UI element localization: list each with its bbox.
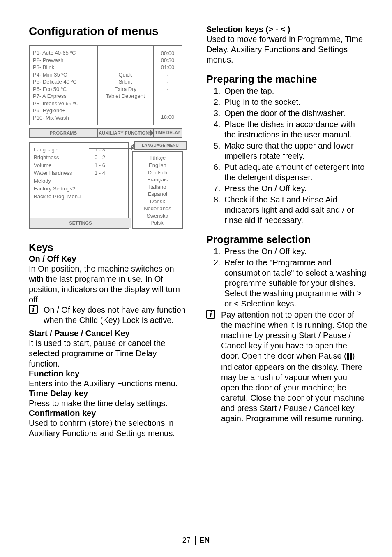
page-title: Configuration of menus	[29, 25, 190, 38]
programs-label: PROGRAMS	[29, 128, 98, 138]
page-language: EN	[199, 536, 210, 544]
time-delay-box: 00:00 00:30 01:00 . . . 18:00	[153, 45, 182, 125]
keys-heading: Keys	[29, 241, 190, 253]
on-off-text: In On position, the machine switches on …	[29, 264, 190, 305]
list-item: Open the tap.	[223, 86, 367, 96]
programme-selection-list: Press the On / Off key. Refer to the "Pr…	[206, 246, 367, 309]
programme-info: Pay attention not to open the door of th…	[221, 310, 367, 424]
info-icon: i	[206, 310, 221, 424]
programme-selection-heading: Programme selection	[206, 234, 367, 246]
list-item: Plug in to the socket.	[223, 97, 367, 107]
function-key-heading: Function key	[29, 369, 190, 378]
time-delay-heading: Time Delay key	[29, 389, 190, 398]
list-item: Press the On / Off key.	[223, 246, 367, 257]
list-item: Make sure that the upper and lower impel…	[223, 141, 367, 161]
list-item: Place the dishes in accordance with the …	[223, 119, 367, 140]
language-box: Türkçe English Deutsch Français Italiano…	[132, 151, 183, 229]
menu-diagram: P1- Auto 40-65 ºC P2- Prewash P3- Blink …	[29, 45, 183, 229]
confirmation-heading: Confirmation key	[29, 408, 190, 418]
selection-keys-text: Used to move forward in Programme, Time …	[206, 34, 367, 65]
aux-box: Quick Silent Extra Dry Tablet Detergent	[97, 45, 154, 125]
time-delay-text: Press to make the time delay settings.	[29, 398, 190, 408]
preparing-heading: Preparing the machine	[206, 73, 367, 85]
confirmation-text: Used to confirm (store) the selections i…	[29, 418, 190, 439]
language-menu-label: LANGUAGE MENU	[134, 141, 187, 150]
list-item: Open the door of the dishwasher.	[223, 108, 367, 118]
start-pause-heading: Start / Pause / Cancel Key	[29, 329, 190, 338]
on-off-heading: On / Off Key	[29, 254, 190, 264]
function-key-text: Enters into the Auxiliary Functions menu…	[29, 378, 190, 389]
pause-icon	[347, 352, 352, 362]
settings-label: SETTINGS	[30, 218, 131, 228]
programs-box: P1- Auto 40-65 ºC P2- Prewash P3- Blink …	[29, 45, 98, 125]
selection-keys-heading: Selection keys (> - < )	[206, 25, 367, 34]
preparing-list: Open the tap. Plug in to the socket. Ope…	[206, 86, 367, 225]
page-number: 27	[182, 536, 191, 545]
list-item: Check if the Salt and Rinse Aid indicato…	[223, 195, 367, 225]
list-item: Refer to the "Programme and consumption …	[223, 258, 367, 309]
aux-label: AUXILIARY FUNCTIONS	[97, 128, 154, 138]
on-off-info: On / Of key does not have any function w…	[44, 305, 190, 325]
time-delay-label: TIME DELAY	[153, 128, 182, 138]
list-item: Press the On / Off key.	[223, 183, 367, 194]
start-pause-text: It is used to start, pause or cancel the…	[29, 338, 190, 369]
list-item: Put adequate amount of detergent into th…	[223, 162, 367, 183]
info-icon: i	[29, 305, 44, 325]
settings-box: Language Brightness Volume Water Hardnes…	[29, 142, 129, 229]
page-footer: 27 EN	[0, 536, 392, 545]
